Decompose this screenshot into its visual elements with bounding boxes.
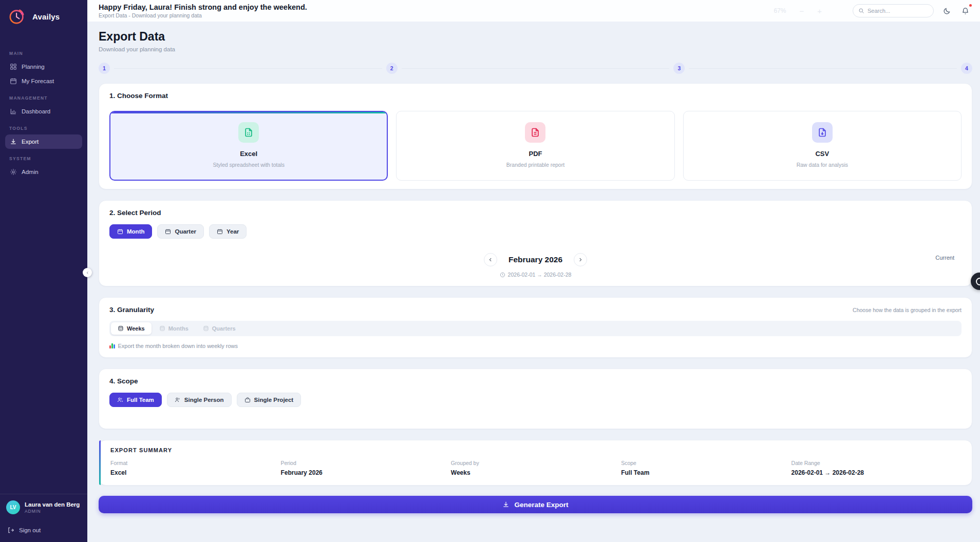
sidebar-item-export[interactable]: Export [5,134,82,149]
sidebar-item-label: Dashboard [22,108,50,114]
sidebar-item-planning[interactable]: Planning [5,60,82,74]
generate-export-button[interactable]: Generate Export [99,496,972,513]
step-4: 4 [961,63,972,74]
layers-icon [118,325,124,332]
download-icon [502,501,510,508]
sidebar-item-label: Admin [22,169,39,175]
page-subtitle: Download your planning data [99,46,972,52]
scope-option-full-team[interactable]: Full Team [109,393,162,407]
search-bar[interactable] [853,4,934,17]
topbar: Happy Friday, Laura! Finish strong and e… [87,0,980,22]
period-tab-month[interactable]: Month [109,224,152,239]
format-name: PDF [402,150,669,158]
sign-out-button[interactable]: Sign out [0,520,87,542]
summary-label: Grouped by [451,460,621,466]
sidebar-nav: MAIN Planning My Forecast MANAGEMENT Das… [0,34,87,179]
calendar-icon [117,228,123,235]
period-tab-quarter[interactable]: Quarter [157,224,204,239]
search-input[interactable] [868,8,924,14]
search-icon [858,8,864,14]
granularity-tab-label: Quarters [212,325,236,332]
download-icon [10,138,17,145]
summary-label: Date Range [791,460,962,466]
scope-option-label: Single Project [254,397,294,403]
brand-name: Availys [32,12,60,21]
nav-section-main: MAIN [9,51,78,56]
step-indicator: 1 2 3 4 [99,63,972,74]
page-title: Export Data [99,30,972,44]
scope-option-single-person[interactable]: Single Person [167,393,232,407]
layers-icon [159,325,165,332]
user-role: ADMIN [25,509,80,514]
bell-icon [962,7,969,15]
bar-chart-icon [109,343,115,349]
greeting-subtitle: Export Data - Download your planning dat… [99,12,307,18]
pdf-file-icon [530,127,540,138]
sidebar-item-label: My Forecast [22,78,54,84]
summary-value: Full Team [621,469,791,476]
content-area: Export Data Download your planning data … [87,22,980,542]
format-desc: Styled spreadsheet with totals [115,162,382,168]
format-heading: 1. Choose Format [109,92,962,100]
gear-icon [10,168,17,176]
sidebar-item-label: Export [22,139,39,145]
accessibility-icon [976,278,980,285]
granularity-tabs: Weeks Months Quarters [109,321,962,336]
summary-field-grouped-by: Grouped by Weeks [451,460,621,476]
step-2: 2 [386,63,398,74]
sidebar-item-my-forecast[interactable]: My Forecast [5,74,82,88]
summary-field-period: Period February 2026 [280,460,450,476]
users-icon [117,397,123,403]
notifications-button[interactable] [959,5,971,16]
dark-mode-toggle[interactable] [941,5,952,16]
sidebar-collapse-button[interactable] [83,268,92,277]
scope-option-label: Full Team [127,397,154,403]
format-name: Excel [115,150,382,158]
summary-field-format: Format Excel [110,460,280,476]
format-option-excel[interactable]: Excel Styled spreadsheet with totals [109,111,388,181]
format-option-csv[interactable]: CSV Raw data for analysis [683,111,962,181]
sidebar-item-dashboard[interactable]: Dashboard [5,104,82,119]
zoom-level: 67% [774,7,786,14]
period-tab-label: Quarter [175,228,196,235]
step-1: 1 [99,63,110,74]
chevron-left-icon [488,257,493,262]
format-desc: Branded printable report [402,162,669,168]
scope-option-single-project[interactable]: Single Project [237,393,301,407]
summary-value: 2026-02-01 → 2026-02-28 [791,469,962,476]
period-tab-year[interactable]: Year [209,224,247,239]
sidebar-item-admin[interactable]: Admin [5,165,82,179]
summary-heading: EXPORT SUMMARY [110,447,962,453]
summary-label: Format [110,460,280,466]
sidebar: Availys MAIN Planning My Forecast MANAGE… [0,0,87,542]
bar-chart-icon [10,108,17,115]
export-summary-card: EXPORT SUMMARY Format Excel Period Febru… [99,440,972,486]
next-month-button[interactable] [574,253,587,266]
chevron-right-icon [578,257,583,262]
nav-section-tools: TOOLS [9,126,78,131]
current-period-label: Current [935,255,954,261]
granularity-tab-label: Months [168,325,189,332]
nav-section-system: SYSTEM [9,156,78,161]
calendar-icon [217,228,223,235]
previous-month-button[interactable] [484,253,497,266]
format-desc: Raw data for analysis [689,162,956,168]
scope-heading: 4. Scope [109,377,962,385]
granularity-tab-weeks[interactable]: Weeks [111,322,152,335]
calendar-icon [165,228,171,235]
scope-card: 4. Scope Full Team Single Person Single … [99,369,972,429]
date-range-line: 2026-02-01 → 2026-02-28 [109,272,962,278]
period-heading: 2. Select Period [109,209,962,217]
avatar: LV [6,500,20,514]
summary-value: Weeks [451,469,621,476]
user-name: Laura van den Berg [25,501,80,509]
format-name: CSV [689,150,956,158]
user-block: LV Laura van den Berg ADMIN [0,494,87,520]
zoom-out-button[interactable]: − [799,7,804,15]
format-option-pdf[interactable]: PDF Branded printable report [396,111,674,181]
summary-label: Scope [621,460,791,466]
zoom-in-button[interactable]: + [817,7,822,15]
clock-icon [500,272,505,278]
csv-file-icon [817,127,827,138]
scope-option-label: Single Person [184,397,224,403]
